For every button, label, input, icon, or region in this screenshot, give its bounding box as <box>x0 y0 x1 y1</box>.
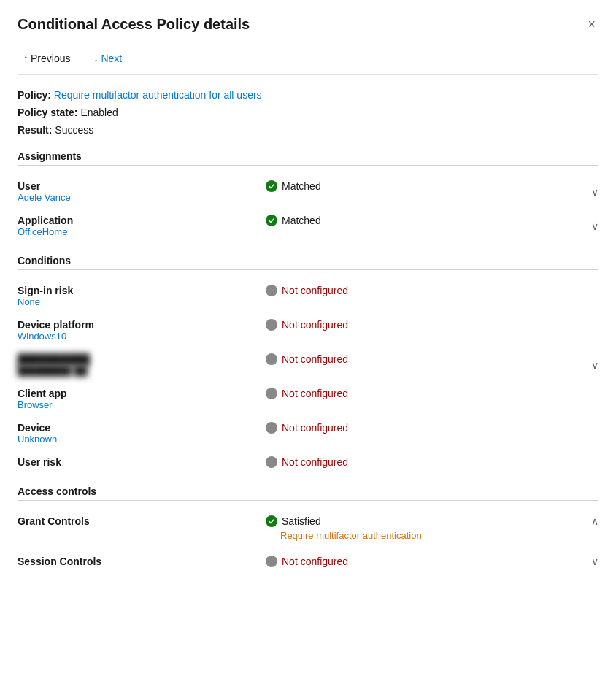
signin-risk-sub: None <box>18 296 266 307</box>
grant-controls-row: Grant Controls Satisfied ∧ <box>18 510 598 533</box>
grant-controls-status-text: Satisfied <box>282 515 321 527</box>
signin-risk-label: Sign-in risk <box>18 285 266 296</box>
user-risk-status-icon <box>266 456 277 468</box>
device-sub: Unknown <box>18 434 266 445</box>
arrow-down-icon: ↓ <box>93 53 98 64</box>
device-platform-status-icon <box>266 319 277 331</box>
user-row-left: User Adele Vance <box>18 180 266 203</box>
user-risk-row: User risk Not configured <box>18 450 598 474</box>
assignments-section: Assignments User Adele Vance Matched ∨ A… <box>18 150 598 243</box>
policy-result-value: Success <box>55 124 93 136</box>
policy-label: Policy: <box>18 89 51 101</box>
device-platform-right: Not configured <box>266 319 598 331</box>
application-row-left: Application OfficeHome <box>18 215 266 237</box>
session-controls-chevron-icon[interactable]: ∨ <box>591 556 598 567</box>
blurred-status-icon <box>266 353 277 365</box>
session-controls-status-text: Not configured <box>282 556 348 567</box>
next-button[interactable]: ↓ Next <box>88 50 128 67</box>
signin-risk-status-icon <box>266 285 277 296</box>
device-right: Not configured <box>266 422 598 434</box>
assignments-title: Assignments <box>18 150 598 162</box>
policy-line: Policy: Require multifactor authenticati… <box>18 87 598 104</box>
application-row-right: Matched <box>266 215 598 226</box>
application-chevron-icon[interactable]: ∨ <box>591 220 598 232</box>
user-risk-right: Not configured <box>266 456 598 468</box>
client-app-status-text: Not configured <box>282 388 348 399</box>
policy-result-label: Result: <box>18 124 52 136</box>
user-risk-left: User risk <box>18 456 266 468</box>
user-row-right: Matched <box>266 180 598 192</box>
grant-controls-left: Grant Controls <box>18 515 266 527</box>
nav-row: ↑ Previous ↓ Next <box>18 42 598 75</box>
client-app-left: Client app Browser <box>18 388 266 410</box>
device-platform-sub: Windows10 <box>18 331 266 342</box>
signin-risk-right: Not configured <box>266 285 598 296</box>
client-app-right: Not configured <box>266 388 598 399</box>
user-risk-label: User risk <box>18 456 266 468</box>
device-left: Device Unknown <box>18 422 266 445</box>
user-chevron-icon[interactable]: ∨ <box>591 186 598 198</box>
session-controls-left: Session Controls <box>18 556 266 567</box>
user-status-text: Matched <box>282 180 321 192</box>
client-app-row: Client app Browser Not configured <box>18 382 598 416</box>
device-platform-label: Device platform <box>18 319 266 331</box>
client-app-sub: Browser <box>18 399 266 410</box>
access-controls-section: Access controls Grant Controls Satisfied… <box>18 485 598 573</box>
close-button[interactable]: × <box>585 15 598 34</box>
signin-risk-status-text: Not configured <box>282 285 348 296</box>
policy-state-value: Enabled <box>80 107 118 118</box>
conditions-section: Conditions Sign-in risk None Not configu… <box>18 255 598 474</box>
session-controls-status-icon <box>266 556 277 567</box>
previous-label: Previous <box>31 53 70 64</box>
grant-controls-chevron-icon[interactable]: ∧ <box>591 515 598 527</box>
panel-header: Conditional Access Policy details × <box>18 15 598 34</box>
next-label: Next <box>101 53 122 64</box>
application-label: Application <box>18 215 266 226</box>
device-label: Device <box>18 422 266 434</box>
grant-controls-status-icon <box>266 515 277 527</box>
blurred-row-right: Not configured <box>266 353 598 365</box>
client-app-label: Client app <box>18 388 266 399</box>
blurred-row-left: ██████████ ████████ ██ <box>18 353 266 376</box>
device-status-icon <box>266 422 277 434</box>
user-risk-status-text: Not configured <box>282 456 348 468</box>
application-sub[interactable]: OfficeHome <box>18 226 266 237</box>
application-status-text: Matched <box>282 215 321 226</box>
conditions-divider <box>18 269 598 270</box>
application-status-icon <box>266 215 277 226</box>
policy-info-block: Policy: Require multifactor authenticati… <box>18 87 598 139</box>
user-label: User <box>18 180 266 192</box>
blurred-label: ██████████ <box>18 353 266 365</box>
policy-details-panel: Conditional Access Policy details × ↑ Pr… <box>0 0 616 684</box>
grant-controls-right: Satisfied <box>266 515 598 527</box>
conditions-title: Conditions <box>18 255 598 266</box>
user-status-icon <box>266 180 277 192</box>
session-controls-right: Not configured <box>266 556 598 567</box>
blurred-status-text: Not configured <box>282 353 348 365</box>
signin-risk-left: Sign-in risk None <box>18 285 266 307</box>
panel-title: Conditional Access Policy details <box>18 16 250 33</box>
signin-risk-row: Sign-in risk None Not configured <box>18 279 598 313</box>
policy-state-label: Policy state: <box>18 107 77 118</box>
user-sub[interactable]: Adele Vance <box>18 192 266 203</box>
blurred-row: ██████████ ████████ ██ Not configured ∨ <box>18 347 598 382</box>
grant-controls-label: Grant Controls <box>18 515 266 527</box>
arrow-up-icon: ↑ <box>23 53 28 64</box>
policy-link[interactable]: Require multifactor authentication for a… <box>54 89 262 101</box>
previous-button[interactable]: ↑ Previous <box>18 50 76 67</box>
application-row: Application OfficeHome Matched ∨ <box>18 209 598 243</box>
blurred-sub: ████████ ██ <box>18 365 266 376</box>
session-controls-row: Session Controls Not configured ∨ <box>18 550 598 573</box>
device-platform-status-text: Not configured <box>282 319 348 331</box>
device-row: Device Unknown Not configured <box>18 416 598 450</box>
device-platform-row: Device platform Windows10 Not configured <box>18 313 598 347</box>
device-status-text: Not configured <box>282 422 348 434</box>
client-app-status-icon <box>266 388 277 399</box>
policy-result-line: Result: Success <box>18 122 598 139</box>
blurred-chevron-icon[interactable]: ∨ <box>591 359 598 371</box>
policy-state-line: Policy state: Enabled <box>18 104 598 122</box>
access-controls-title: Access controls <box>18 485 598 497</box>
session-controls-label: Session Controls <box>18 556 266 567</box>
device-platform-left: Device platform Windows10 <box>18 319 266 342</box>
assignments-divider <box>18 165 598 166</box>
